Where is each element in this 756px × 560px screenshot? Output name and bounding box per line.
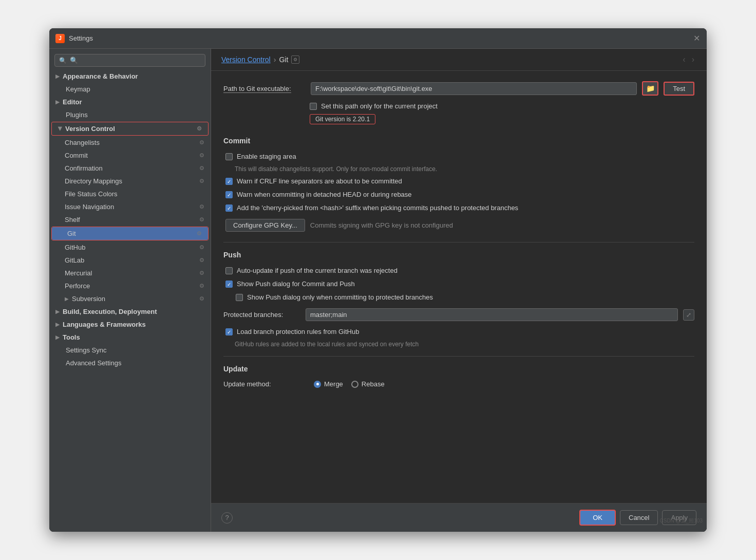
gear-icon: ⚙: [199, 244, 204, 251]
current-project-label: Set this path only for the current proje…: [321, 102, 438, 110]
sidebar-item-git[interactable]: Git ⚙: [52, 227, 208, 240]
current-project-checkbox[interactable]: [310, 103, 317, 110]
folder-icon: 📁: [646, 84, 655, 92]
sidebar-item-shelf[interactable]: Shelf ⚙: [49, 213, 211, 226]
sidebar-item-directory-mappings[interactable]: Directory Mappings ⚙: [49, 175, 211, 188]
sidebar-item-file-status-colors[interactable]: File Status Colors: [49, 188, 211, 200]
warn-crlf-row: ✓ Warn if CRLF line separators are about…: [223, 177, 694, 186]
gpg-row: Configure GPG Key... Commits signing wit…: [223, 219, 694, 232]
sidebar-item-advanced-settings[interactable]: Advanced Settings: [49, 357, 211, 369]
radio-merge-btn[interactable]: [314, 381, 321, 388]
cancel-button[interactable]: Cancel: [620, 510, 658, 525]
sidebar-item-build[interactable]: ▶ Build, Execution, Deployment: [49, 305, 211, 318]
sidebar-item-label: Shelf: [65, 216, 80, 223]
search-input[interactable]: [70, 57, 201, 64]
sidebar-item-label: Advanced Settings: [66, 359, 121, 367]
sidebar-item-commit[interactable]: Commit ⚙: [49, 149, 211, 162]
arrow-icon: ▶: [55, 334, 60, 340]
sidebar-item-label: Build, Execution, Deployment: [63, 308, 157, 315]
update-section-title: Update: [223, 365, 694, 373]
sidebar-item-github[interactable]: GitHub ⚙: [49, 241, 211, 254]
sidebar-item-label: GitLab: [65, 256, 84, 264]
expand-button[interactable]: ⤢: [683, 309, 694, 321]
title-bar-left: J Settings: [55, 34, 93, 43]
gpg-hint: Commits signing with GPG key is not conf…: [310, 221, 453, 229]
enable-staging-hint: This will disable changelists support. O…: [235, 165, 694, 173]
sidebar-item-version-control[interactable]: ▶ Version Control ⚙: [52, 122, 208, 135]
help-button[interactable]: ?: [221, 512, 233, 524]
window-title: Settings: [69, 34, 93, 42]
search-icon: 🔍: [59, 57, 67, 64]
main-header: Version Control › Git ⚙ ‹ ›: [211, 49, 707, 71]
current-project-row: Set this path only for the current proje…: [310, 102, 694, 110]
sidebar-item-label: Tools: [63, 333, 80, 341]
cherry-pick-checkbox[interactable]: ✓: [225, 204, 233, 212]
radio-merge[interactable]: Merge: [314, 380, 343, 388]
protected-branches-input[interactable]: [306, 308, 678, 321]
nav-arrows: ‹ ›: [681, 54, 696, 65]
sidebar-item-tools[interactable]: ▶ Tools: [49, 331, 211, 344]
arrow-icon: ▶: [58, 127, 63, 131]
sidebar-item-label: Directory Mappings: [65, 177, 122, 185]
main-content: Version Control › Git ⚙ ‹ › Path to Git …: [211, 49, 707, 532]
sidebar-item-settings-sync[interactable]: Settings Sync: [49, 344, 211, 357]
sidebar-item-editor[interactable]: ▶ Editor: [49, 96, 211, 108]
sidebar-item-issue-navigation[interactable]: Issue Navigation ⚙: [49, 200, 211, 213]
show-push-dialog-checkbox[interactable]: ✓: [225, 281, 233, 288]
sidebar-item-plugins[interactable]: Plugins: [49, 108, 211, 121]
sidebar-item-label: Issue Navigation: [65, 203, 114, 211]
sidebar-item-subversion[interactable]: ▶ Subversion ⚙: [49, 292, 211, 305]
gear-icon: ⚙: [199, 178, 204, 184]
show-push-protected-checkbox[interactable]: [236, 294, 243, 301]
sidebar-item-confirmation[interactable]: Confirmation ⚙: [49, 162, 211, 175]
breadcrumb-parent[interactable]: Version Control: [221, 55, 271, 64]
radio-rebase-btn[interactable]: [351, 381, 358, 388]
ok-button[interactable]: OK: [579, 510, 616, 526]
sidebar-item-appearance[interactable]: ▶ Appearance & Behavior: [49, 70, 211, 83]
sidebar-item-label: Perforce: [65, 282, 90, 290]
sidebar-item-gitlab[interactable]: GitLab ⚙: [49, 254, 211, 267]
sidebar-item-perforce[interactable]: Perforce ⚙: [49, 279, 211, 292]
load-protection-hint: GitHub rules are added to the local rule…: [235, 341, 694, 348]
radio-rebase[interactable]: Rebase: [351, 380, 385, 388]
load-protection-checkbox[interactable]: ✓: [225, 328, 233, 335]
sidebar-item-keymap[interactable]: Keymap: [49, 83, 211, 96]
sidebar: 🔍 ▶ Appearance & Behavior Keymap ▶ Edito…: [49, 49, 211, 532]
enable-staging-checkbox[interactable]: [225, 153, 233, 160]
folder-button[interactable]: 📁: [642, 81, 658, 96]
radio-group: Merge Rebase: [314, 380, 385, 388]
search-box[interactable]: 🔍: [54, 54, 205, 67]
load-protection-row: ✓ Load branch protection rules from GitH…: [223, 327, 694, 337]
sidebar-item-mercurial[interactable]: Mercurial ⚙: [49, 267, 211, 279]
gear-icon: ⚙: [199, 152, 204, 159]
section-divider-2: [223, 356, 694, 357]
close-button[interactable]: ✕: [692, 34, 701, 43]
test-button[interactable]: Test: [664, 82, 694, 96]
bottom-bar: ? OK Cancel Apply: [211, 503, 707, 532]
arrow-icon: ▶: [55, 99, 60, 105]
app-icon: J: [55, 34, 65, 43]
warn-crlf-label: Warn if CRLF line separators are about t…: [237, 177, 402, 186]
auto-update-checkbox[interactable]: [225, 267, 233, 274]
settings-icon[interactable]: ⚙: [291, 55, 299, 64]
show-push-protected-label: Show Push dialog only when committing to…: [247, 293, 433, 302]
gear-icon: ⚙: [197, 125, 202, 132]
gear-icon: ⚙: [199, 270, 204, 276]
sidebar-item-label: Subversion: [72, 295, 105, 303]
back-button[interactable]: ‹: [681, 54, 687, 65]
warn-detached-checkbox[interactable]: ✓: [225, 191, 233, 198]
sidebar-item-label: Git: [67, 230, 76, 237]
watermark: CSDN @龙_照103: [659, 517, 703, 525]
forward-button[interactable]: ›: [690, 54, 696, 65]
git-path-input[interactable]: [311, 82, 637, 95]
warn-detached-label: Warn when committing in detached HEAD or…: [237, 190, 412, 199]
configure-gpg-button[interactable]: Configure GPG Key...: [225, 219, 305, 232]
protected-branches-row: Protected branches: ⤢: [223, 308, 694, 321]
sidebar-item-changelists[interactable]: Changelists ⚙: [49, 136, 211, 149]
warn-crlf-checkbox[interactable]: ✓: [225, 178, 233, 185]
auto-update-row: Auto-update if push of the current branc…: [223, 266, 694, 275]
git-version-badge: Git version is 2.20.1: [310, 114, 375, 124]
show-push-protected-row: Show Push dialog only when committing to…: [223, 293, 694, 302]
sidebar-item-languages[interactable]: ▶ Languages & Frameworks: [49, 318, 211, 331]
dialog-body: 🔍 ▶ Appearance & Behavior Keymap ▶ Edito…: [49, 49, 707, 532]
